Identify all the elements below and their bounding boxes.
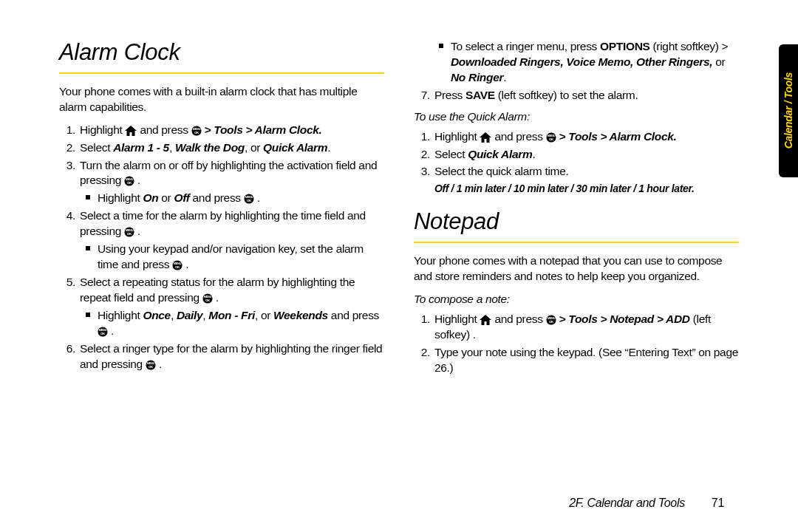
step-6-sub: To select a ringer menu, press OPTIONS (… — [433, 39, 739, 86]
step-2: Select Alarm 1 - 5, Walk the Dog, or Qui… — [78, 140, 384, 156]
menu-ok-icon — [172, 260, 183, 270]
compose-note-subhead: To compose a note: — [414, 292, 739, 307]
step-7: Press SAVE (left softkey) to set the ala… — [433, 88, 739, 103]
quick-alarm-steps: Highlight and press > Tools > Alarm Cloc… — [414, 129, 739, 180]
footer-section-label: 2F. Calendar and Tools — [569, 497, 685, 510]
step-3: Turn the alarm on or off by highlighting… — [78, 158, 384, 207]
page-footer: 2F. Calendar and Tools 71 — [569, 497, 724, 510]
manual-page: Calendar / Tools Alarm Clock Your phone … — [0, 0, 798, 532]
notepad-step-2: Type your note using the keypad. (See “E… — [433, 345, 739, 376]
home-icon — [480, 132, 491, 143]
menu-ok-icon — [191, 126, 202, 136]
menu-ok-icon — [546, 132, 556, 143]
step-4: Select a time for the alarm by highlight… — [78, 208, 384, 273]
quick-alarm-subhead: To use the Quick Alarm: — [414, 109, 739, 125]
menu-ok-icon — [124, 227, 134, 237]
step-5: Select a repeating status for the alarm … — [78, 275, 384, 339]
home-icon — [125, 126, 137, 136]
notepad-intro: Your phone comes with a notepad that you… — [414, 253, 739, 284]
section-tab-label: Calendar / Tools — [782, 72, 794, 149]
right-column: To select a ringer menu, press OPTIONS (… — [414, 37, 739, 473]
alarm-steps-cont: Press SAVE (left softkey) to set the ala… — [414, 88, 739, 103]
quick-step-2: Select Quick Alarm. — [433, 147, 739, 163]
step-3-sub: Highlight On or Off and press . — [80, 191, 384, 206]
notepad-steps: Highlight and press > Tools > Notepad > … — [414, 312, 739, 376]
left-column: Alarm Clock Your phone comes with a buil… — [59, 37, 384, 473]
home-icon — [480, 315, 491, 325]
quick-alarm-options: Off / 1 min later / 10 min later / 30 mi… — [434, 182, 739, 196]
alarm-clock-title: Alarm Clock — [59, 37, 384, 68]
menu-ok-icon — [546, 315, 556, 325]
step-6: Select a ringer type for the alarm by hi… — [78, 341, 384, 372]
step-4-sub: Using your keypad and/or navigation key,… — [80, 242, 384, 273]
menu-ok-icon — [98, 327, 108, 337]
content-columns: Alarm Clock Your phone comes with a buil… — [59, 37, 739, 473]
quick-step-1: Highlight and press > Tools > Alarm Cloc… — [433, 129, 739, 145]
notepad-title: Notepad — [414, 206, 739, 237]
section-tab: Calendar / Tools — [779, 44, 798, 177]
notepad-step-1: Highlight and press > Tools > Notepad > … — [433, 312, 739, 343]
alarm-intro: Your phone comes with a built-in alarm c… — [59, 84, 384, 115]
alarm-steps: Highlight and press > Tools > Alarm Cloc… — [59, 123, 384, 372]
menu-ok-icon — [202, 293, 213, 304]
step-1: Highlight and press > Tools > Alarm Cloc… — [78, 123, 384, 138]
menu-ok-icon — [146, 360, 156, 370]
title-divider-2 — [414, 242, 739, 243]
page-number: 71 — [712, 497, 724, 510]
menu-ok-icon — [244, 194, 254, 204]
quick-step-3: Select the quick alarm time. — [433, 164, 739, 180]
step-5-sub: Highlight Once, Daily, Mon - Fri, or Wee… — [80, 308, 384, 339]
menu-ok-icon — [124, 176, 134, 186]
title-divider — [59, 72, 384, 74]
